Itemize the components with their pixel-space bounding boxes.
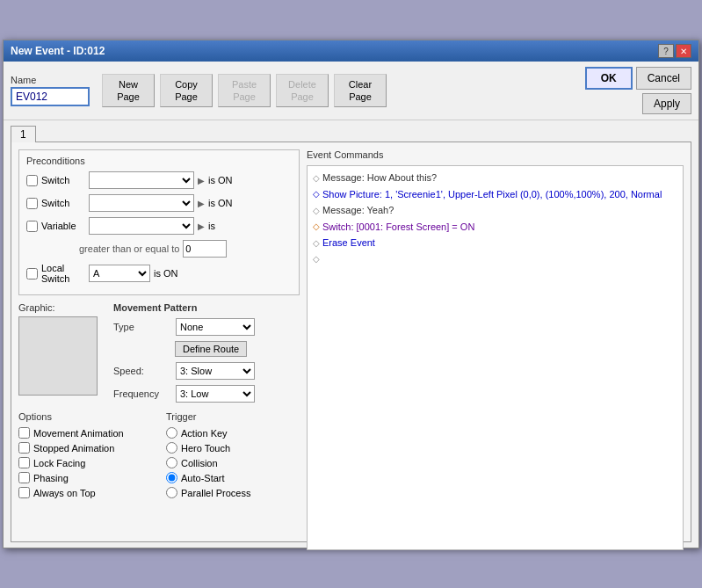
movement-speed-label: Speed: — [113, 366, 170, 376]
movement-freq-select[interactable]: 1: Lowest 2: Lower 3: Low 4: High 5: Hig… — [176, 385, 255, 403]
ok-cancel-group: OK Cancel Apply — [585, 67, 691, 114]
movement-freq-label: Frequency — [113, 388, 170, 399]
phasing-label: Phasing — [33, 473, 69, 483]
event-cursor: ◇ — [313, 252, 320, 265]
option-phasing: Phasing — [18, 472, 152, 483]
event-text-3: Switch: [0001: Forest Screen] = ON — [322, 220, 474, 235]
movement-animation-label: Movement Animation — [33, 428, 124, 439]
switch2-row: Switch ▶ is ON — [26, 194, 292, 212]
options-col: Options Movement Animation Stopped Anima… — [18, 411, 152, 502]
always-on-top-checkbox[interactable] — [18, 487, 30, 498]
trigger-col: Trigger Action Key Hero Touch Collision — [166, 411, 300, 502]
trigger-collision: Collision — [166, 457, 300, 468]
define-route-button[interactable]: Define Route — [175, 341, 247, 357]
close-button[interactable]: ✕ — [676, 44, 691, 58]
movement-type-row: Type None Random Approach Custom — [113, 318, 300, 336]
window-title: New Event - ID:012 — [11, 45, 105, 57]
local-switch-row: Local Switch ABCD is ON — [26, 263, 292, 284]
variable-select[interactable] — [89, 217, 194, 235]
local-is-on: is ON — [154, 268, 178, 279]
delete-page-button[interactable]: Delete Page — [276, 74, 329, 108]
movement-box: Movement Pattern Type None Random Approa… — [113, 302, 300, 408]
event-commands-box[interactable]: ◇ Message: How About this? ◇ Show Pictur… — [307, 165, 684, 550]
stopped-animation-label: Stopped Animation — [33, 443, 114, 454]
always-on-top-label: Always on Top — [33, 488, 96, 498]
trigger-action-key-radio[interactable] — [166, 427, 177, 439]
event-diamond-3: ◇ — [313, 220, 320, 233]
event-diamond-2: ◇ — [313, 204, 320, 217]
trigger-parallel: Parallel Process — [166, 487, 300, 498]
event-line-0: ◇ Message: How About this? — [311, 170, 679, 186]
event-text-0: Message: How About this? — [322, 171, 437, 185]
graphic-label: Graphic: — [18, 302, 106, 313]
movement-type-label: Type — [113, 322, 170, 332]
switch1-arrow: ▶ — [198, 176, 205, 185]
option-lock-facing: Lock Facing — [18, 457, 152, 468]
lock-facing-checkbox[interactable] — [18, 457, 30, 468]
switch2-label: Switch — [41, 198, 85, 208]
phasing-checkbox[interactable] — [18, 472, 30, 483]
variable-checkbox[interactable] — [26, 221, 38, 232]
variable-arrow: ▶ — [198, 221, 205, 231]
trigger-hero-touch-radio[interactable] — [166, 442, 177, 454]
movement-title: Movement Pattern — [113, 302, 300, 313]
apply-button[interactable]: Apply — [642, 93, 691, 114]
switch2-arrow: ▶ — [198, 199, 205, 208]
movement-speed-row: Speed: 1: Slowest 2: Slower 3: Slow 4: F… — [113, 362, 300, 380]
cancel-button[interactable]: Cancel — [636, 67, 691, 90]
help-button[interactable]: ? — [658, 44, 674, 58]
option-always-on-top: Always on Top — [18, 487, 152, 498]
gt-spinner[interactable] — [183, 240, 227, 258]
preconditions-section: Preconditions Switch ▶ is ON Switch ▶ is… — [18, 149, 300, 295]
define-route-row: Define Route — [113, 341, 300, 362]
movement-type-select[interactable]: None Random Approach Custom — [176, 318, 255, 336]
trigger-hero-touch-label: Hero Touch — [181, 443, 230, 454]
movement-speed-select[interactable]: 1: Slowest 2: Slower 3: Slow 4: Fast 5: … — [176, 362, 255, 380]
event-text-1: Show Picture: 1, 'Screenie1', Upper-Left… — [322, 187, 662, 202]
stopped-animation-checkbox[interactable] — [18, 442, 30, 454]
preconditions-title: Preconditions — [26, 156, 292, 166]
variable-label: Variable — [41, 221, 85, 231]
event-line-4: ◇ Erase Event — [311, 235, 679, 251]
name-label: Name — [11, 75, 90, 85]
left-panel: Preconditions Switch ▶ is ON Switch ▶ is… — [18, 149, 300, 534]
gt-row: greater than or equal to — [26, 240, 292, 258]
event-diamond-1: ◇ — [313, 187, 320, 200]
switch2-select[interactable] — [89, 194, 194, 212]
clear-page-button[interactable]: Clear Page — [334, 74, 387, 108]
event-commands-title: Event Commands — [307, 149, 684, 160]
tab-area: 1 — [11, 126, 691, 142]
trigger-auto-start-radio[interactable] — [166, 472, 177, 483]
switch2-checkbox[interactable] — [26, 198, 38, 209]
name-input[interactable] — [11, 87, 90, 106]
trigger-title: Trigger — [166, 411, 300, 422]
variable-row: Variable ▶ is — [26, 217, 292, 235]
switch1-select[interactable] — [89, 171, 194, 189]
graphic-canvas[interactable] — [18, 316, 98, 396]
toolbar: Name New Page Copy Page Paste Page Delet… — [4, 62, 698, 120]
movement-animation-checkbox[interactable] — [18, 427, 30, 439]
trigger-parallel-radio[interactable] — [166, 487, 177, 498]
switch1-label: Switch — [41, 175, 85, 185]
lock-facing-label: Lock Facing — [33, 458, 85, 468]
local-switch-checkbox[interactable] — [26, 268, 38, 279]
event-diamond-0: ◇ — [313, 171, 320, 185]
trigger-collision-radio[interactable] — [166, 457, 177, 468]
options-trigger: Options Movement Animation Stopped Anima… — [18, 411, 300, 502]
ok-button[interactable]: OK — [585, 67, 633, 90]
switch1-checkbox[interactable] — [26, 175, 38, 186]
switch2-is-on: is ON — [208, 198, 233, 208]
graphic-box: Graphic: — [18, 302, 106, 408]
local-switch-select[interactable]: ABCD — [89, 265, 150, 282]
content-area: Preconditions Switch ▶ is ON Switch ▶ is… — [11, 142, 691, 542]
event-diamond-4: ◇ — [313, 236, 320, 250]
event-line-3: ◇ Switch: [0001: Forest Screen] = ON — [311, 219, 679, 236]
ok-cancel-row: OK Cancel — [585, 67, 691, 90]
trigger-action-key-label: Action Key — [181, 428, 228, 439]
event-line-5: ◇ — [311, 251, 679, 266]
switch1-is-on: is ON — [208, 175, 233, 185]
page-tab-1[interactable]: 1 — [11, 126, 36, 142]
paste-page-button[interactable]: Paste Page — [218, 74, 271, 108]
copy-page-button[interactable]: Copy Page — [160, 74, 213, 108]
new-page-button[interactable]: New Page — [102, 74, 155, 108]
